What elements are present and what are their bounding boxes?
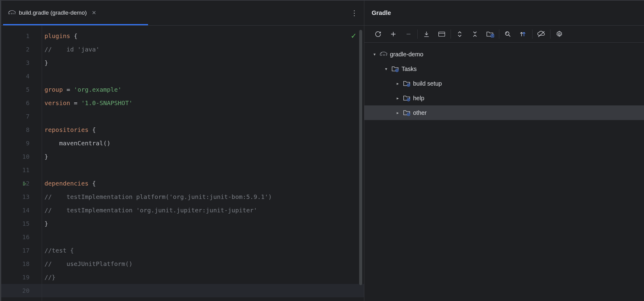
folder-gear-icon (403, 80, 411, 87)
more-icon[interactable]: ⋮ (351, 9, 358, 17)
gradle-tree: ▾ gradle-demo ▾ Tasks ▸build setup▸help▸… (364, 43, 644, 120)
settings-icon[interactable] (552, 28, 567, 40)
download-icon[interactable] (419, 28, 434, 40)
chevron-right-icon: ▸ (395, 81, 400, 86)
expand-all-icon[interactable] (452, 28, 467, 40)
line-number: 19 (1, 271, 30, 284)
folder-gear-icon (403, 95, 411, 101)
tree-label: gradle-demo (390, 51, 423, 58)
code-line[interactable]: dependencies { (44, 177, 364, 190)
editor-area[interactable]: 123456789101112▷1314151617181920 plugins… (1, 26, 364, 301)
scrollbar[interactable] (359, 30, 362, 285)
code-line[interactable]: repositories { (44, 123, 364, 136)
code-content[interactable]: plugins {// id 'java'} group = 'org.exam… (42, 26, 364, 301)
svg-point-0 (9, 11, 10, 11)
code-line[interactable]: } (44, 150, 364, 163)
line-number: 16 (1, 230, 30, 244)
svg-point-8 (407, 84, 410, 87)
svg-point-10 (407, 98, 410, 101)
svg-point-12 (407, 113, 410, 116)
offline-icon[interactable] (534, 28, 549, 40)
gradle-toolbar (364, 26, 644, 43)
line-number: 13 (1, 190, 30, 204)
line-number: 8 (1, 123, 30, 136)
code-line[interactable] (44, 230, 364, 244)
tree-label: help (413, 95, 424, 102)
line-number: 4 (1, 69, 30, 83)
tree-node-tasks[interactable]: ▾ Tasks (364, 62, 644, 76)
line-number: 1 (1, 29, 30, 43)
code-line[interactable] (44, 69, 364, 83)
line-number: 20 (1, 284, 30, 297)
svg-point-4 (558, 33, 560, 35)
code-line[interactable]: // testImplementation platform('org.juni… (44, 190, 364, 204)
line-number: 17 (1, 244, 30, 257)
svg-point-6 (396, 69, 398, 72)
inspection-ok-icon[interactable]: ✓ (351, 32, 357, 40)
tree-label: other (413, 109, 426, 116)
line-number: 11 (1, 163, 30, 177)
line-number: 6 (1, 96, 30, 110)
folder-gear-icon (403, 109, 411, 116)
refresh-icon[interactable] (370, 28, 386, 40)
line-number: 14 (1, 204, 30, 217)
editor-pane: build.gradle (gradle-demo) ✕ ⋮ 123456789… (0, 0, 364, 301)
code-line[interactable] (44, 110, 364, 123)
code-line[interactable]: // id 'java' (44, 43, 364, 56)
code-line[interactable]: mavenCentral() (44, 136, 364, 150)
svg-rect-1 (439, 32, 445, 36)
upload-sort-icon[interactable] (516, 28, 531, 40)
chevron-down-icon: ▾ (383, 66, 389, 71)
file-tab[interactable]: build.gradle (gradle-demo) ✕ (8, 9, 96, 17)
code-line[interactable]: // useJUnitPlatform() (44, 257, 364, 271)
line-number: 7 (1, 110, 30, 123)
line-number: 3 (1, 56, 30, 69)
tree-root-gradle-demo[interactable]: ▾ gradle-demo (364, 47, 644, 62)
line-number: 5 (1, 83, 30, 96)
tree-node-help[interactable]: ▸help (364, 91, 644, 105)
collapse-all-icon[interactable] (467, 28, 483, 40)
gradle-title: Gradle (364, 1, 644, 26)
gradle-tool-window: Gradle (364, 0, 644, 301)
elephant-icon (8, 9, 16, 16)
remove-icon[interactable] (401, 28, 416, 40)
gutter: 123456789101112▷1314151617181920 (1, 26, 42, 301)
tab-bar: build.gradle (gradle-demo) ✕ ⋮ (1, 1, 364, 26)
code-line[interactable]: // testImplementation 'org.junit.jupiter… (44, 204, 364, 217)
select-folder-icon[interactable] (483, 28, 498, 40)
analyze-icon[interactable] (501, 28, 516, 40)
folder-gear-icon (391, 66, 399, 72)
tree-node-other[interactable]: ▸other (364, 105, 644, 120)
tree-label: build setup (413, 80, 442, 87)
tab-title: build.gradle (gradle-demo) (19, 9, 87, 16)
tree-node-build-setup[interactable]: ▸build setup (364, 76, 644, 91)
line-number: 18 (1, 257, 30, 271)
chevron-down-icon: ▾ (372, 52, 377, 57)
line-number: 9 (1, 136, 30, 150)
code-line[interactable]: } (44, 56, 364, 69)
code-line[interactable] (44, 163, 364, 177)
tree-label: Tasks (402, 66, 417, 73)
code-line[interactable]: } (44, 217, 364, 230)
chevron-right-icon: ▸ (395, 96, 400, 101)
code-line[interactable]: //test { (44, 244, 364, 257)
line-number: 2 (1, 43, 30, 56)
line-number: 15 (1, 217, 30, 230)
line-number: 10 (1, 150, 30, 163)
svg-point-5 (381, 53, 381, 53)
run-gutter-icon[interactable]: ▷ (23, 177, 27, 190)
code-line[interactable]: //} (44, 271, 364, 284)
chevron-right-icon: ▸ (395, 110, 400, 115)
code-line[interactable]: plugins { (44, 29, 364, 43)
line-number: 12▷ (1, 177, 30, 190)
add-icon[interactable] (386, 28, 401, 40)
close-icon[interactable]: ✕ (92, 9, 96, 16)
svg-point-3 (505, 32, 509, 35)
code-line[interactable]: group = 'org.example' (44, 83, 364, 96)
code-line[interactable]: version = '1.0-SNAPSHOT' (44, 96, 364, 110)
run-config-icon[interactable] (434, 28, 449, 40)
elephant-icon (380, 51, 387, 58)
